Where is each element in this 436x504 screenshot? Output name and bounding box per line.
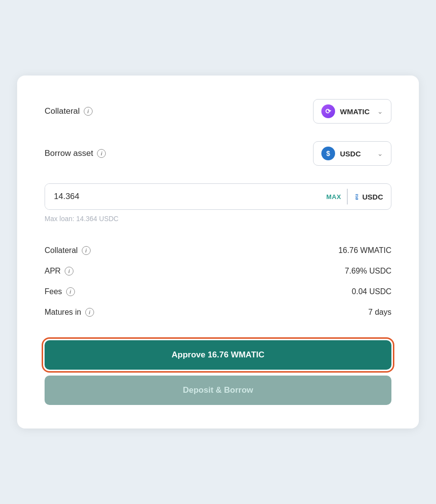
amount-token-display: $ USDC	[348, 193, 391, 201]
max-loan-text: Max loan: 14.364 USDC	[45, 215, 391, 223]
details-collateral-row: Collateral i 16.76 WMATIC	[45, 240, 391, 261]
collateral-token-label: WMATIC	[340, 107, 370, 116]
details-matures-value: 7 days	[368, 308, 391, 317]
details-fees-text: Fees	[45, 287, 62, 296]
amount-token-label: USDC	[362, 193, 383, 201]
details-fees-info-icon[interactable]: i	[66, 287, 75, 296]
borrow-asset-dropdown[interactable]: $ USDC ⌄	[313, 141, 391, 166]
details-matures-text: Matures in	[45, 308, 81, 317]
wmatic-icon: ⟳	[321, 104, 335, 118]
collateral-row: Collateral i ⟳ WMATIC ⌄	[45, 99, 391, 124]
main-card: Collateral i ⟳ WMATIC ⌄ Borrow asset i $…	[17, 76, 419, 428]
amount-usdc-icon: $	[356, 194, 359, 200]
details-matures-label: Matures in i	[45, 308, 94, 317]
details-collateral-text: Collateral	[45, 246, 78, 255]
amount-section: MAX $ USDC Max loan: 14.364 USDC	[45, 183, 391, 223]
borrow-asset-info-icon[interactable]: i	[97, 149, 106, 158]
details-matures-info-icon[interactable]: i	[85, 308, 94, 317]
collateral-info-icon[interactable]: i	[84, 107, 93, 116]
borrow-asset-label: Borrow asset i	[45, 149, 106, 158]
info-rows: Collateral i 16.76 WMATIC APR i 7.69% US…	[45, 240, 391, 323]
collateral-text: Collateral	[45, 106, 80, 116]
details-fees-value: 0.04 USDC	[352, 287, 391, 296]
deposit-borrow-button[interactable]: Deposit & Borrow	[45, 376, 391, 405]
borrow-asset-text: Borrow asset	[45, 149, 93, 158]
usdc-icon: $	[321, 147, 335, 160]
collateral-chevron-icon: ⌄	[377, 107, 383, 115]
details-apr-row: APR i 7.69% USDC	[45, 261, 391, 281]
amount-input-row: MAX $ USDC	[45, 183, 391, 210]
details-matures-row: Matures in i 7 days	[45, 302, 391, 323]
details-fees-row: Fees i 0.04 USDC	[45, 281, 391, 302]
details-apr-value: 7.69% USDC	[345, 267, 391, 276]
max-button[interactable]: MAX	[320, 193, 347, 201]
collateral-label: Collateral i	[45, 106, 93, 116]
details-collateral-info-icon[interactable]: i	[82, 246, 91, 255]
approve-button[interactable]: Approve 16.76 WMATIC	[45, 340, 391, 370]
details-apr-label: APR i	[45, 267, 73, 276]
borrow-asset-row: Borrow asset i $ USDC ⌄	[45, 141, 391, 166]
details-collateral-label: Collateral i	[45, 246, 91, 255]
collateral-dropdown[interactable]: ⟳ WMATIC ⌄	[313, 99, 391, 124]
borrow-asset-chevron-icon: ⌄	[377, 150, 383, 157]
details-apr-info-icon[interactable]: i	[65, 267, 73, 276]
details-collateral-value: 16.76 WMATIC	[339, 246, 391, 255]
amount-input[interactable]	[45, 184, 320, 209]
borrow-asset-token-label: USDC	[340, 150, 361, 158]
details-fees-label: Fees i	[45, 287, 75, 296]
details-apr-text: APR	[45, 267, 61, 276]
